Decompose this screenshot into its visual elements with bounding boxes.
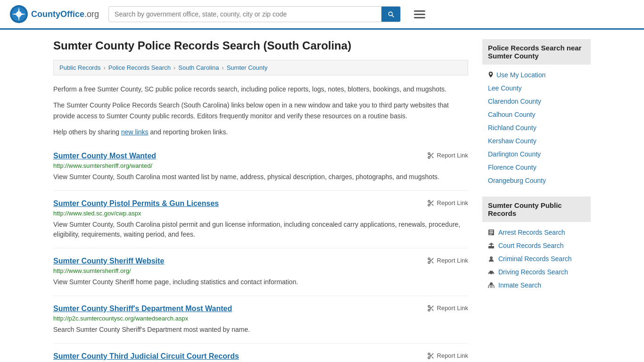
svg-rect-34 [489, 232, 493, 233]
result-desc-2: View Sumter County, South Carolina pisto… [53, 220, 468, 239]
location-pin-icon [488, 72, 494, 78]
result-item: Sumter County Sheriff Website Report Lin… [53, 248, 468, 296]
svg-point-42 [489, 273, 490, 275]
report-link-5[interactable]: Report Link [427, 352, 468, 360]
scissors-icon [427, 304, 435, 312]
report-link-1[interactable]: Report Link [427, 152, 468, 159]
description-para3: Help others by sharing new links and rep… [53, 127, 468, 137]
breadcrumb: Public Records › Police Records Search ›… [53, 60, 468, 75]
svg-rect-33 [489, 230, 493, 231]
content-area: Sumter County Police Records Search (Sou… [53, 39, 468, 362]
result-title-1[interactable]: Sumter County Most Wanted [53, 152, 156, 160]
svg-point-8 [428, 156, 430, 158]
result-item: Sumter County Pistol Permits & Gun Licen… [53, 191, 468, 248]
result-desc-1: View Sumter County, South Carolina most … [53, 172, 468, 182]
breadcrumb-sep: › [103, 64, 105, 71]
menu-icon [414, 17, 425, 18]
svg-rect-36 [488, 246, 494, 248]
sidebar-item-arrest-records[interactable]: Arrest Records Search [482, 226, 591, 239]
result-url-2: http://www.sled.sc.gov/cwp.aspx [53, 210, 468, 217]
car-icon [488, 269, 495, 275]
sidebar-nearby-section: Police Records Search near Sumter County… [482, 39, 591, 187]
breadcrumb-south-carolina[interactable]: South Carolina [178, 64, 219, 71]
svg-point-12 [428, 200, 430, 202]
svg-line-21 [429, 259, 431, 261]
sidebar-public-records-section: Sumter County Public Records Arrest Reco… [482, 197, 591, 292]
logo-link[interactable]: CountyOffice.org [9, 5, 99, 24]
sidebar-item-darlington-county[interactable]: Darlington County [482, 148, 591, 161]
sidebar-item-criminal-records[interactable]: ! Criminal Records Search [482, 252, 591, 265]
description-para1: Perform a free Sumter County, SC public … [53, 84, 468, 94]
sidebar-item-calhoun-county[interactable]: Calhoun County [482, 108, 591, 121]
new-links-link[interactable]: new links [121, 128, 149, 136]
logo-icon [9, 5, 28, 24]
result-title-2[interactable]: Sumter County Pistol Permits & Gun Licen… [53, 199, 219, 208]
svg-line-20 [431, 261, 433, 263]
menu-icon [414, 10, 425, 12]
scissors-icon [427, 257, 435, 264]
svg-point-22 [428, 305, 430, 307]
scissors-icon [427, 152, 435, 159]
svg-line-15 [431, 204, 433, 206]
result-title-5[interactable]: Sumter County Third Judicial Circuit Cou… [53, 352, 239, 361]
site-header: CountyOffice.org [0, 0, 644, 30]
svg-line-10 [431, 156, 433, 158]
results-list: Sumter County Most Wanted Report Link ht… [53, 143, 468, 362]
search-input[interactable] [109, 7, 381, 22]
report-link-2[interactable]: Report Link [427, 199, 468, 207]
svg-point-43 [492, 273, 494, 275]
search-button[interactable] [381, 7, 400, 22]
breadcrumb-police-records-search[interactable]: Police Records Search [108, 64, 171, 71]
breadcrumb-sumter-county[interactable]: Sumter County [227, 64, 268, 71]
sidebar-item-orangeburg-county[interactable]: Orangeburg County [482, 174, 591, 187]
svg-point-23 [428, 309, 430, 311]
result-desc-3: View Sumter County Sheriff home page, in… [53, 277, 468, 287]
breadcrumb-sep: › [173, 64, 175, 71]
criminal-icon: ! [488, 255, 495, 262]
search-icon [387, 10, 395, 18]
svg-line-16 [429, 202, 431, 203]
sidebar-item-court-records[interactable]: Court Records Search [482, 239, 591, 252]
svg-line-26 [429, 307, 431, 308]
logo-text: CountyOffice.org [31, 9, 99, 19]
sidebar-item-driving-records[interactable]: Driving Records Search [482, 265, 591, 279]
sidebar-item-inmate-search[interactable]: Inmate Search [482, 279, 591, 292]
report-link-4[interactable]: Report Link [427, 304, 468, 312]
sidebar-item-kershaw-county[interactable]: Kershaw County [482, 134, 591, 148]
arrest-icon [488, 229, 495, 236]
svg-point-13 [428, 204, 430, 206]
svg-point-28 [428, 357, 430, 359]
result-title-4[interactable]: Sumter County Sheriff's Department Most … [53, 304, 232, 313]
svg-rect-35 [489, 234, 492, 235]
result-title-3[interactable]: Sumter County Sheriff Website [53, 257, 164, 265]
page-title: Sumter County Police Records Search (Sou… [53, 39, 468, 52]
result-item: Sumter County Sheriff's Department Most … [53, 296, 468, 344]
sidebar-item-clarendon-county[interactable]: Clarendon County [482, 95, 591, 108]
use-my-location-link[interactable]: Use My Location [496, 71, 545, 79]
sidebar-public-records-title: Sumter County Public Records [482, 197, 591, 222]
svg-point-2 [16, 11, 22, 17]
sidebar-item-richland-county[interactable]: Richland County [482, 121, 591, 134]
scissors-icon [427, 199, 435, 207]
svg-point-27 [428, 353, 430, 355]
description-para2: The Sumter County Police Records Search … [53, 100, 468, 121]
menu-button[interactable] [410, 7, 429, 22]
inmate-icon [488, 282, 495, 288]
sidebar: Police Records Search near Sumter County… [482, 39, 591, 362]
report-link-3[interactable]: Report Link [427, 257, 468, 264]
result-item: Sumter County Third Judicial Circuit Cou… [53, 344, 468, 362]
sidebar-item-florence-county[interactable]: Florence County [482, 161, 591, 174]
sidebar-item-lee-county[interactable]: Lee County [482, 82, 591, 95]
svg-marker-38 [488, 243, 494, 245]
main-container: Sumter County Police Records Search (Sou… [39, 30, 605, 362]
result-item: Sumter County Most Wanted Report Link ht… [53, 143, 468, 191]
result-url-1: http://www.sumtersheriff.org/wanted/ [53, 162, 468, 169]
breadcrumb-public-records[interactable]: Public Records [59, 64, 100, 71]
court-icon [488, 242, 495, 249]
svg-text:!: ! [490, 256, 491, 259]
svg-line-11 [429, 154, 431, 156]
menu-icon [414, 14, 425, 15]
result-url-3: http://www.sumtersheriff.org/ [53, 267, 468, 274]
use-location-item[interactable]: Use My Location [482, 68, 591, 82]
result-desc-4: Search Sumter County Sheriff's Departmen… [53, 325, 468, 335]
